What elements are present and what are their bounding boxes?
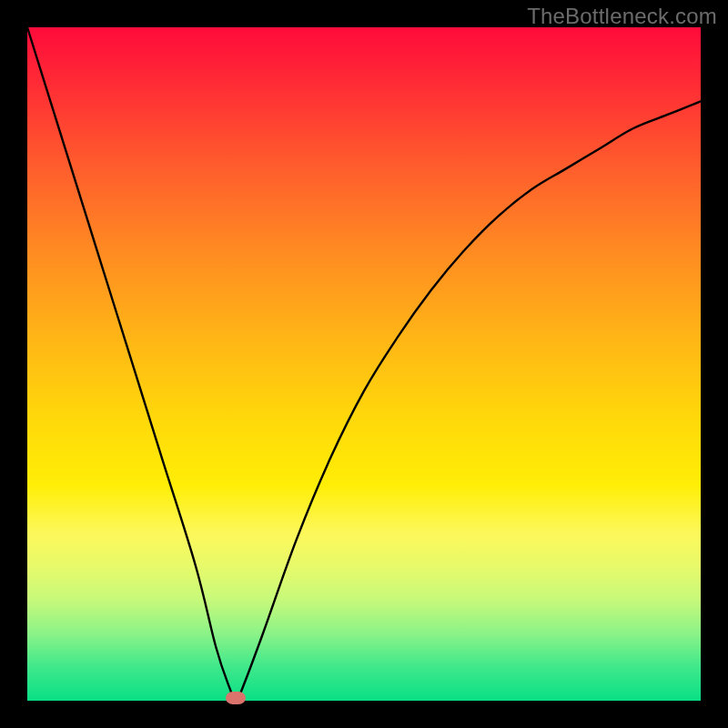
watermark-text: TheBottleneck.com bbox=[527, 4, 717, 29]
chart-frame: TheBottleneck.com bbox=[0, 0, 728, 728]
bottleneck-curve bbox=[27, 27, 701, 701]
plot-area bbox=[27, 27, 701, 701]
optimal-point-marker bbox=[226, 692, 246, 704]
curve-svg bbox=[27, 27, 701, 701]
